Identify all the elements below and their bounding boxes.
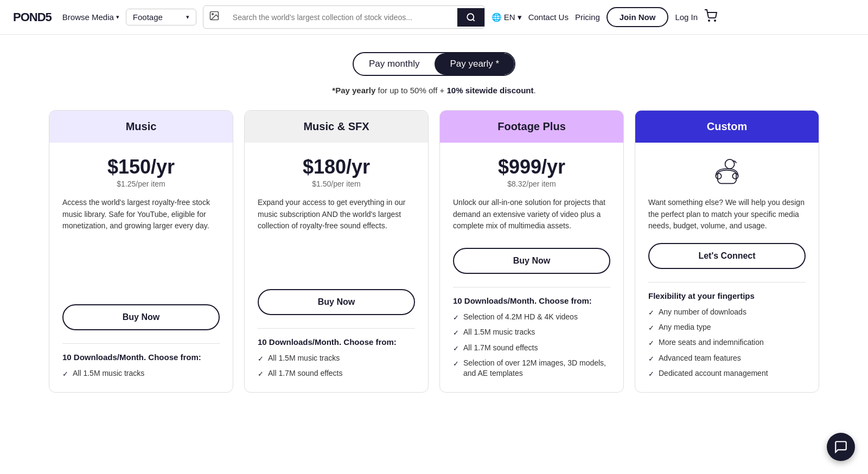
card-music: Music$150/yr$1.25/per itemAccess the wor… <box>49 110 233 393</box>
card-musicsfx-cta-button[interactable]: Buy Now <box>258 289 415 315</box>
card-custom-header: Custom <box>635 111 819 143</box>
feature-text: All 1.5M music tracks <box>73 368 144 379</box>
check-icon: ✓ <box>648 369 654 379</box>
feature-text: All 1.7M sound effects <box>268 368 342 379</box>
card-musicsfx-downloads-label: 10 Downloads/Month. Choose from: <box>258 337 415 347</box>
svg-line-3 <box>473 19 474 21</box>
card-music-body: $150/yr$1.25/per itemAccess the world's … <box>49 143 233 392</box>
cart-button[interactable] <box>704 9 717 25</box>
check-icon: ✓ <box>62 369 68 379</box>
pay-monthly-button[interactable]: Pay monthly <box>354 53 435 75</box>
browse-media-chevron-icon: ▾ <box>116 14 119 21</box>
card-footage-features-list: ✓Selection of 4.2M HD & 4K videos✓All 1.… <box>453 312 610 379</box>
check-icon: ✓ <box>648 323 654 333</box>
check-icon: ✓ <box>648 354 654 364</box>
feature-text: All 1.7M sound effects <box>463 343 538 354</box>
log-in-button[interactable]: Log In <box>675 12 698 22</box>
feature-text: All 1.5M music tracks <box>268 353 340 364</box>
svg-point-2 <box>467 14 474 20</box>
card-custom-cta-button[interactable]: Let's Connect <box>648 243 806 269</box>
list-item: ✓All 1.7M sound effects <box>453 343 610 354</box>
card-custom-body: Want something else? We will help you de… <box>635 143 819 392</box>
card-musicsfx-features-list: ✓All 1.5M music tracks✓All 1.7M sound ef… <box>258 353 415 379</box>
check-icon: ✓ <box>258 354 264 364</box>
list-item: ✓All 1.5M music tracks <box>258 353 415 364</box>
lang-label: EN <box>504 12 515 22</box>
svg-point-1 <box>212 14 214 15</box>
svg-point-4 <box>709 20 710 21</box>
feature-text: Any number of downloads <box>659 307 746 318</box>
card-musicsfx-price-block: $180/yr$1.50/per item <box>258 156 415 188</box>
card-music-downloads-label: 10 Downloads/Month. Choose from: <box>62 353 220 362</box>
check-icon: ✓ <box>648 338 654 348</box>
card-custom-divider <box>648 282 806 283</box>
card-musicsfx: Music & SFX$180/yr$1.50/per itemExpand y… <box>244 110 429 393</box>
pay-yearly-button[interactable]: Pay yearly * <box>435 53 514 75</box>
card-musicsfx-per-item: $1.50/per item <box>258 180 415 188</box>
card-footage-description: Unlock our all-in-one solution for proje… <box>453 197 610 237</box>
browse-media-label: Browse Media <box>62 12 114 22</box>
logo: POND5 <box>13 10 52 24</box>
image-search-button[interactable] <box>203 6 225 28</box>
feature-text: Selection of over 12M images, 3D models,… <box>463 358 610 379</box>
card-musicsfx-divider <box>258 328 415 329</box>
card-music-divider <box>62 343 220 344</box>
custom-headset-icon <box>648 156 806 190</box>
card-music-cta-button[interactable]: Buy Now <box>62 304 220 330</box>
search-bar <box>203 5 485 29</box>
subtitle-middle: for up to 50% off + <box>375 86 446 95</box>
footage-dropdown[interactable]: Footage ▾ <box>126 9 196 25</box>
card-music-price: $150/yr <box>62 156 220 178</box>
svg-point-7 <box>716 174 721 179</box>
card-footage-downloads-label: 10 Downloads/Month. Choose from: <box>453 296 610 305</box>
card-music-description: Access the world's largest royalty-free … <box>62 197 220 293</box>
card-musicsfx-header: Music & SFX <box>245 111 428 143</box>
feature-text: Any media type <box>659 322 711 333</box>
check-icon: ✓ <box>453 328 459 338</box>
check-icon: ✓ <box>258 369 264 379</box>
lang-chevron-icon: ▾ <box>518 12 522 22</box>
svg-point-5 <box>714 20 716 21</box>
card-footage-cta-button[interactable]: Buy Now <box>453 248 610 274</box>
list-item: ✓Dedicated account management <box>648 368 806 379</box>
language-button[interactable]: 🌐 EN ▾ <box>492 12 522 22</box>
check-icon: ✓ <box>453 359 459 369</box>
card-custom-description: Want something else? We will help you de… <box>648 197 806 232</box>
list-item: ✓Any media type <box>648 322 806 333</box>
list-item: ✓Any number of downloads <box>648 307 806 318</box>
list-item: ✓All 1.5M music tracks <box>62 368 220 379</box>
check-icon: ✓ <box>453 344 459 354</box>
feature-text: Selection of 4.2M HD & 4K videos <box>463 312 578 323</box>
search-button[interactable] <box>457 8 484 27</box>
discount-highlight: 10% sitewide discount <box>446 86 533 95</box>
custom-flexibility-label: Flexibility at your fingertips <box>648 291 806 300</box>
card-musicsfx-description: Expand your access to get everything in … <box>258 197 415 278</box>
card-footage: Footage Plus$999/yr$8.32/per itemUnlock … <box>439 110 624 393</box>
pricing-cards: Music$150/yr$1.25/per itemAccess the wor… <box>13 110 855 393</box>
navbar: POND5 Browse Media ▾ Footage ▾ 🌐 EN ▾ Co… <box>0 0 868 35</box>
list-item: ✓All 1.5M music tracks <box>453 327 610 338</box>
search-input[interactable] <box>225 9 457 26</box>
billing-toggle-container: Pay monthly Pay yearly * <box>13 52 855 76</box>
billing-toggle: Pay monthly Pay yearly * <box>353 52 515 76</box>
feature-text: Advanced team features <box>659 353 741 364</box>
card-footage-divider <box>453 287 610 287</box>
check-icon: ✓ <box>453 313 459 323</box>
browse-media-button[interactable]: Browse Media ▾ <box>62 12 119 22</box>
pricing-link[interactable]: Pricing <box>575 12 600 22</box>
card-music-features-list: ✓All 1.5M music tracks <box>62 368 220 379</box>
list-item: ✓All 1.7M sound effects <box>258 368 415 379</box>
card-footage-price: $999/yr <box>453 156 610 178</box>
contact-us-link[interactable]: Contact Us <box>528 12 569 22</box>
card-music-per-item: $1.25/per item <box>62 180 220 188</box>
card-footage-per-item: $8.32/per item <box>453 180 610 188</box>
join-now-button[interactable]: Join Now <box>607 7 669 27</box>
globe-icon: 🌐 <box>492 12 502 22</box>
card-custom-features-list: ✓Any number of downloads✓Any media type✓… <box>648 307 806 379</box>
pay-yearly-bold: *Pay yearly <box>332 86 375 95</box>
card-music-price-block: $150/yr$1.25/per item <box>62 156 220 188</box>
card-musicsfx-price: $180/yr <box>258 156 415 178</box>
main-content: Pay monthly Pay yearly * *Pay yearly for… <box>0 35 868 414</box>
check-icon: ✓ <box>648 308 654 318</box>
feature-text: All 1.5M music tracks <box>463 327 535 338</box>
